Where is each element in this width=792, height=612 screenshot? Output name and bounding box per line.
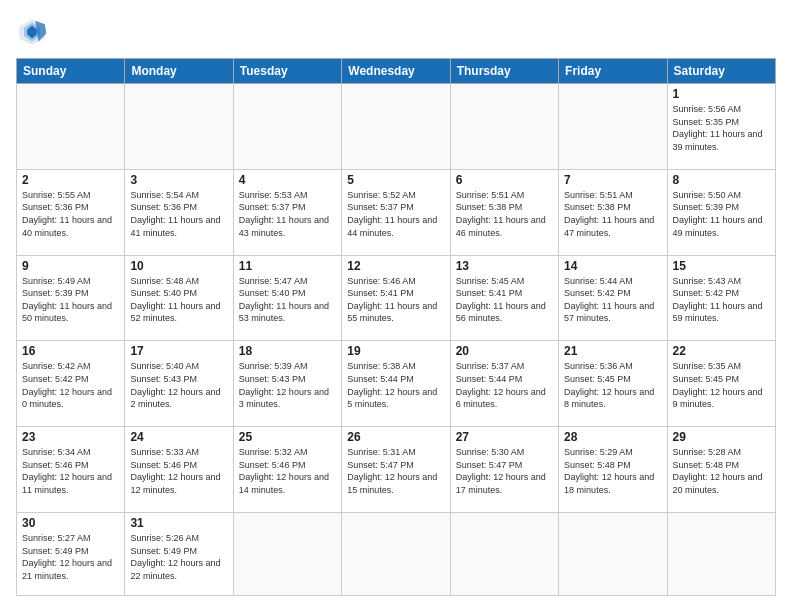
day-number: 28 [564, 430, 661, 444]
day-number: 4 [239, 173, 336, 187]
day-cell [233, 513, 341, 596]
day-info: Sunrise: 5:30 AM Sunset: 5:47 PM Dayligh… [456, 446, 553, 496]
logo [16, 16, 52, 48]
day-cell [559, 84, 667, 170]
day-info: Sunrise: 5:40 AM Sunset: 5:43 PM Dayligh… [130, 360, 227, 410]
day-cell: 24Sunrise: 5:33 AM Sunset: 5:46 PM Dayli… [125, 427, 233, 513]
day-cell [233, 84, 341, 170]
day-info: Sunrise: 5:56 AM Sunset: 5:35 PM Dayligh… [673, 103, 770, 153]
day-number: 9 [22, 259, 119, 273]
day-cell: 1Sunrise: 5:56 AM Sunset: 5:35 PM Daylig… [667, 84, 775, 170]
day-cell: 16Sunrise: 5:42 AM Sunset: 5:42 PM Dayli… [17, 341, 125, 427]
day-cell: 30Sunrise: 5:27 AM Sunset: 5:49 PM Dayli… [17, 513, 125, 596]
day-number: 6 [456, 173, 553, 187]
week-row-1: 1Sunrise: 5:56 AM Sunset: 5:35 PM Daylig… [17, 84, 776, 170]
column-header-saturday: Saturday [667, 59, 775, 84]
day-info: Sunrise: 5:34 AM Sunset: 5:46 PM Dayligh… [22, 446, 119, 496]
day-info: Sunrise: 5:46 AM Sunset: 5:41 PM Dayligh… [347, 275, 444, 325]
day-cell: 29Sunrise: 5:28 AM Sunset: 5:48 PM Dayli… [667, 427, 775, 513]
day-cell: 21Sunrise: 5:36 AM Sunset: 5:45 PM Dayli… [559, 341, 667, 427]
day-info: Sunrise: 5:32 AM Sunset: 5:46 PM Dayligh… [239, 446, 336, 496]
day-number: 24 [130, 430, 227, 444]
day-number: 12 [347, 259, 444, 273]
day-info: Sunrise: 5:54 AM Sunset: 5:36 PM Dayligh… [130, 189, 227, 239]
week-row-5: 23Sunrise: 5:34 AM Sunset: 5:46 PM Dayli… [17, 427, 776, 513]
day-number: 2 [22, 173, 119, 187]
day-cell [17, 84, 125, 170]
header-row: SundayMondayTuesdayWednesdayThursdayFrid… [17, 59, 776, 84]
day-number: 22 [673, 344, 770, 358]
day-info: Sunrise: 5:26 AM Sunset: 5:49 PM Dayligh… [130, 532, 227, 582]
day-cell: 6Sunrise: 5:51 AM Sunset: 5:38 PM Daylig… [450, 169, 558, 255]
logo-icon [16, 16, 48, 48]
day-info: Sunrise: 5:39 AM Sunset: 5:43 PM Dayligh… [239, 360, 336, 410]
column-header-sunday: Sunday [17, 59, 125, 84]
week-row-6: 30Sunrise: 5:27 AM Sunset: 5:49 PM Dayli… [17, 513, 776, 596]
day-info: Sunrise: 5:55 AM Sunset: 5:36 PM Dayligh… [22, 189, 119, 239]
day-info: Sunrise: 5:38 AM Sunset: 5:44 PM Dayligh… [347, 360, 444, 410]
day-info: Sunrise: 5:45 AM Sunset: 5:41 PM Dayligh… [456, 275, 553, 325]
day-info: Sunrise: 5:31 AM Sunset: 5:47 PM Dayligh… [347, 446, 444, 496]
day-cell: 9Sunrise: 5:49 AM Sunset: 5:39 PM Daylig… [17, 255, 125, 341]
day-cell [342, 84, 450, 170]
day-cell: 26Sunrise: 5:31 AM Sunset: 5:47 PM Dayli… [342, 427, 450, 513]
page: SundayMondayTuesdayWednesdayThursdayFrid… [0, 0, 792, 612]
day-number: 5 [347, 173, 444, 187]
day-number: 1 [673, 87, 770, 101]
day-number: 21 [564, 344, 661, 358]
day-number: 16 [22, 344, 119, 358]
day-cell: 23Sunrise: 5:34 AM Sunset: 5:46 PM Dayli… [17, 427, 125, 513]
column-header-wednesday: Wednesday [342, 59, 450, 84]
day-cell: 13Sunrise: 5:45 AM Sunset: 5:41 PM Dayli… [450, 255, 558, 341]
day-number: 20 [456, 344, 553, 358]
day-number: 31 [130, 516, 227, 530]
day-info: Sunrise: 5:50 AM Sunset: 5:39 PM Dayligh… [673, 189, 770, 239]
day-info: Sunrise: 5:51 AM Sunset: 5:38 PM Dayligh… [456, 189, 553, 239]
day-number: 17 [130, 344, 227, 358]
day-info: Sunrise: 5:53 AM Sunset: 5:37 PM Dayligh… [239, 189, 336, 239]
day-cell: 5Sunrise: 5:52 AM Sunset: 5:37 PM Daylig… [342, 169, 450, 255]
column-header-tuesday: Tuesday [233, 59, 341, 84]
day-cell [342, 513, 450, 596]
day-number: 19 [347, 344, 444, 358]
day-info: Sunrise: 5:27 AM Sunset: 5:49 PM Dayligh… [22, 532, 119, 582]
day-number: 14 [564, 259, 661, 273]
day-info: Sunrise: 5:35 AM Sunset: 5:45 PM Dayligh… [673, 360, 770, 410]
day-number: 8 [673, 173, 770, 187]
day-info: Sunrise: 5:37 AM Sunset: 5:44 PM Dayligh… [456, 360, 553, 410]
day-cell [667, 513, 775, 596]
day-number: 15 [673, 259, 770, 273]
column-header-thursday: Thursday [450, 59, 558, 84]
day-cell: 3Sunrise: 5:54 AM Sunset: 5:36 PM Daylig… [125, 169, 233, 255]
day-number: 3 [130, 173, 227, 187]
day-info: Sunrise: 5:29 AM Sunset: 5:48 PM Dayligh… [564, 446, 661, 496]
day-cell [125, 84, 233, 170]
day-cell: 17Sunrise: 5:40 AM Sunset: 5:43 PM Dayli… [125, 341, 233, 427]
day-info: Sunrise: 5:43 AM Sunset: 5:42 PM Dayligh… [673, 275, 770, 325]
day-cell: 12Sunrise: 5:46 AM Sunset: 5:41 PM Dayli… [342, 255, 450, 341]
day-cell: 2Sunrise: 5:55 AM Sunset: 5:36 PM Daylig… [17, 169, 125, 255]
day-number: 10 [130, 259, 227, 273]
day-info: Sunrise: 5:33 AM Sunset: 5:46 PM Dayligh… [130, 446, 227, 496]
calendar-table: SundayMondayTuesdayWednesdayThursdayFrid… [16, 58, 776, 596]
day-cell [559, 513, 667, 596]
day-number: 23 [22, 430, 119, 444]
day-number: 29 [673, 430, 770, 444]
day-cell: 27Sunrise: 5:30 AM Sunset: 5:47 PM Dayli… [450, 427, 558, 513]
day-cell: 8Sunrise: 5:50 AM Sunset: 5:39 PM Daylig… [667, 169, 775, 255]
day-number: 7 [564, 173, 661, 187]
day-cell: 19Sunrise: 5:38 AM Sunset: 5:44 PM Dayli… [342, 341, 450, 427]
day-cell: 15Sunrise: 5:43 AM Sunset: 5:42 PM Dayli… [667, 255, 775, 341]
day-cell [450, 513, 558, 596]
day-number: 25 [239, 430, 336, 444]
day-cell [450, 84, 558, 170]
day-info: Sunrise: 5:51 AM Sunset: 5:38 PM Dayligh… [564, 189, 661, 239]
day-cell: 22Sunrise: 5:35 AM Sunset: 5:45 PM Dayli… [667, 341, 775, 427]
day-info: Sunrise: 5:44 AM Sunset: 5:42 PM Dayligh… [564, 275, 661, 325]
day-cell: 14Sunrise: 5:44 AM Sunset: 5:42 PM Dayli… [559, 255, 667, 341]
day-info: Sunrise: 5:48 AM Sunset: 5:40 PM Dayligh… [130, 275, 227, 325]
day-cell: 18Sunrise: 5:39 AM Sunset: 5:43 PM Dayli… [233, 341, 341, 427]
day-number: 26 [347, 430, 444, 444]
day-number: 18 [239, 344, 336, 358]
day-info: Sunrise: 5:52 AM Sunset: 5:37 PM Dayligh… [347, 189, 444, 239]
